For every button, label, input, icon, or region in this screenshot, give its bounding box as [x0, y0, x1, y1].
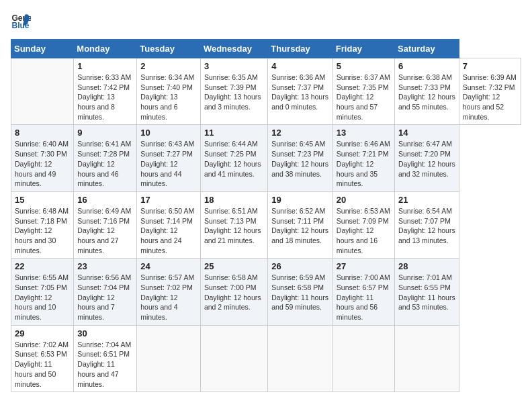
day-number: 26: [271, 261, 329, 271]
day-of-week-header: Wednesday: [200, 40, 267, 58]
calendar-day-cell: 23Sunrise: 6:56 AMSunset: 7:04 PMDayligh…: [74, 259, 137, 325]
day-info: Sunrise: 6:45 AMSunset: 7:23 PMDaylight:…: [271, 139, 329, 179]
calendar-day-cell: 24Sunrise: 6:57 AMSunset: 7:02 PMDayligh…: [137, 259, 201, 325]
day-info: Sunrise: 6:39 AMSunset: 7:32 PMDaylight:…: [463, 73, 517, 122]
day-info: Sunrise: 7:01 AMSunset: 6:55 PMDaylight:…: [398, 273, 455, 312]
day-number: 29: [15, 328, 70, 338]
calendar-week-row: 29Sunrise: 7:02 AMSunset: 6:53 PMDayligh…: [11, 325, 521, 392]
day-info: Sunrise: 6:50 AMSunset: 7:14 PMDaylight:…: [140, 206, 197, 255]
page-header: General Blue: [11, 11, 521, 31]
day-number: 30: [77, 328, 133, 338]
day-info: Sunrise: 6:38 AMSunset: 7:33 PMDaylight:…: [398, 73, 455, 112]
day-info: Sunrise: 6:59 AMSunset: 6:58 PMDaylight:…: [271, 273, 329, 312]
day-info: Sunrise: 6:43 AMSunset: 7:27 PMDaylight:…: [140, 139, 197, 188]
day-info: Sunrise: 6:44 AMSunset: 7:25 PMDaylight:…: [204, 139, 264, 179]
day-number: 7: [463, 61, 517, 71]
day-number: 28: [398, 261, 455, 271]
calendar-table: SundayMondayTuesdayWednesdayThursdayFrid…: [11, 39, 521, 392]
calendar-day-cell: 2Sunrise: 6:34 AMSunset: 7:40 PMDaylight…: [137, 58, 201, 125]
empty-cell: [137, 325, 201, 392]
calendar-day-cell: 25Sunrise: 6:58 AMSunset: 7:00 PMDayligh…: [200, 259, 267, 325]
day-number: 8: [15, 128, 70, 138]
day-info: Sunrise: 6:33 AMSunset: 7:42 PMDaylight:…: [77, 73, 133, 122]
day-number: 27: [337, 261, 391, 271]
day-of-week-header: Sunday: [11, 40, 74, 58]
calendar-day-cell: 20Sunrise: 6:53 AMSunset: 7:09 PMDayligh…: [332, 191, 394, 258]
calendar-day-cell: 26Sunrise: 6:59 AMSunset: 6:58 PMDayligh…: [268, 259, 333, 325]
day-info: Sunrise: 6:46 AMSunset: 7:21 PMDaylight:…: [337, 139, 391, 188]
day-number: 23: [77, 261, 133, 271]
day-of-week-header: Monday: [74, 40, 137, 58]
empty-cell: [332, 325, 394, 392]
calendar-day-cell: 8Sunrise: 6:40 AMSunset: 7:30 PMDaylight…: [11, 125, 74, 191]
day-info: Sunrise: 6:49 AMSunset: 7:16 PMDaylight:…: [77, 206, 133, 255]
calendar-day-cell: 12Sunrise: 6:45 AMSunset: 7:23 PMDayligh…: [268, 125, 333, 191]
day-info: Sunrise: 7:00 AMSunset: 6:57 PMDaylight:…: [337, 273, 391, 322]
day-info: Sunrise: 6:56 AMSunset: 7:04 PMDaylight:…: [77, 273, 133, 322]
day-number: 19: [271, 195, 329, 205]
day-number: 17: [140, 195, 197, 205]
day-number: 22: [15, 261, 70, 271]
calendar-header-row: SundayMondayTuesdayWednesdayThursdayFrid…: [11, 40, 521, 58]
calendar-day-cell: 3Sunrise: 6:35 AMSunset: 7:39 PMDaylight…: [200, 58, 267, 125]
day-number: 9: [77, 128, 133, 138]
day-info: Sunrise: 6:34 AMSunset: 7:40 PMDaylight:…: [140, 73, 197, 122]
calendar-week-row: 1Sunrise: 6:33 AMSunset: 7:42 PMDaylight…: [11, 58, 521, 125]
svg-text:Blue: Blue: [12, 21, 30, 30]
day-number: 2: [140, 61, 197, 71]
day-info: Sunrise: 7:04 AMSunset: 6:51 PMDaylight:…: [77, 340, 133, 389]
day-info: Sunrise: 6:35 AMSunset: 7:39 PMDaylight:…: [204, 73, 264, 112]
calendar-week-row: 8Sunrise: 6:40 AMSunset: 7:30 PMDaylight…: [11, 125, 521, 191]
empty-cell: [268, 325, 333, 392]
day-info: Sunrise: 7:02 AMSunset: 6:53 PMDaylight:…: [15, 340, 70, 389]
calendar-day-cell: 6Sunrise: 6:38 AMSunset: 7:33 PMDaylight…: [395, 58, 459, 125]
calendar-week-row: 15Sunrise: 6:48 AMSunset: 7:18 PMDayligh…: [11, 191, 521, 258]
day-number: 15: [15, 195, 70, 205]
day-of-week-header: Tuesday: [137, 40, 201, 58]
day-number: 6: [398, 61, 455, 71]
day-of-week-header: Friday: [332, 40, 394, 58]
day-info: Sunrise: 6:48 AMSunset: 7:18 PMDaylight:…: [15, 206, 70, 255]
day-number: 18: [204, 195, 264, 205]
calendar-day-cell: 19Sunrise: 6:52 AMSunset: 7:11 PMDayligh…: [268, 191, 333, 258]
calendar-day-cell: 7Sunrise: 6:39 AMSunset: 7:32 PMDaylight…: [459, 58, 521, 125]
day-info: Sunrise: 6:52 AMSunset: 7:11 PMDaylight:…: [271, 206, 329, 246]
day-number: 10: [140, 128, 197, 138]
calendar-day-cell: 17Sunrise: 6:50 AMSunset: 7:14 PMDayligh…: [137, 191, 201, 258]
calendar-day-cell: 27Sunrise: 7:00 AMSunset: 6:57 PMDayligh…: [332, 259, 394, 325]
calendar-day-cell: 14Sunrise: 6:47 AMSunset: 7:20 PMDayligh…: [395, 125, 459, 191]
day-number: 1: [77, 61, 133, 71]
day-info: Sunrise: 6:55 AMSunset: 7:05 PMDaylight:…: [15, 273, 70, 322]
calendar-day-cell: 9Sunrise: 6:41 AMSunset: 7:28 PMDaylight…: [74, 125, 137, 191]
calendar-day-cell: 22Sunrise: 6:55 AMSunset: 7:05 PMDayligh…: [11, 259, 74, 325]
calendar-day-cell: 15Sunrise: 6:48 AMSunset: 7:18 PMDayligh…: [11, 191, 74, 258]
day-number: 25: [204, 261, 264, 271]
day-number: 4: [271, 61, 329, 71]
day-of-week-header: Saturday: [395, 40, 459, 58]
day-number: 13: [337, 128, 391, 138]
logo-icon: General Blue: [11, 11, 31, 31]
day-info: Sunrise: 6:41 AMSunset: 7:28 PMDaylight:…: [77, 139, 133, 188]
calendar-day-cell: 4Sunrise: 6:36 AMSunset: 7:37 PMDaylight…: [268, 58, 333, 125]
logo: General Blue: [11, 11, 34, 31]
calendar-day-cell: 5Sunrise: 6:37 AMSunset: 7:35 PMDaylight…: [332, 58, 394, 125]
calendar-day-cell: 21Sunrise: 6:54 AMSunset: 7:07 PMDayligh…: [395, 191, 459, 258]
calendar-day-cell: 28Sunrise: 7:01 AMSunset: 6:55 PMDayligh…: [395, 259, 459, 325]
calendar-day-cell: 11Sunrise: 6:44 AMSunset: 7:25 PMDayligh…: [200, 125, 267, 191]
calendar-day-cell: 30Sunrise: 7:04 AMSunset: 6:51 PMDayligh…: [74, 325, 137, 392]
calendar-day-cell: 1Sunrise: 6:33 AMSunset: 7:42 PMDaylight…: [74, 58, 137, 125]
calendar-day-cell: 18Sunrise: 6:51 AMSunset: 7:13 PMDayligh…: [200, 191, 267, 258]
calendar-day-cell: 29Sunrise: 7:02 AMSunset: 6:53 PMDayligh…: [11, 325, 74, 392]
calendar-day-cell: 16Sunrise: 6:49 AMSunset: 7:16 PMDayligh…: [74, 191, 137, 258]
day-number: 16: [77, 195, 133, 205]
day-number: 12: [271, 128, 329, 138]
day-info: Sunrise: 6:47 AMSunset: 7:20 PMDaylight:…: [398, 139, 455, 179]
day-info: Sunrise: 6:36 AMSunset: 7:37 PMDaylight:…: [271, 73, 329, 112]
day-number: 20: [337, 195, 391, 205]
day-of-week-header: Thursday: [268, 40, 333, 58]
day-info: Sunrise: 6:37 AMSunset: 7:35 PMDaylight:…: [337, 73, 391, 122]
day-number: 5: [337, 61, 391, 71]
empty-cell: [395, 325, 459, 392]
calendar-day-cell: 13Sunrise: 6:46 AMSunset: 7:21 PMDayligh…: [332, 125, 394, 191]
day-info: Sunrise: 6:54 AMSunset: 7:07 PMDaylight:…: [398, 206, 455, 246]
